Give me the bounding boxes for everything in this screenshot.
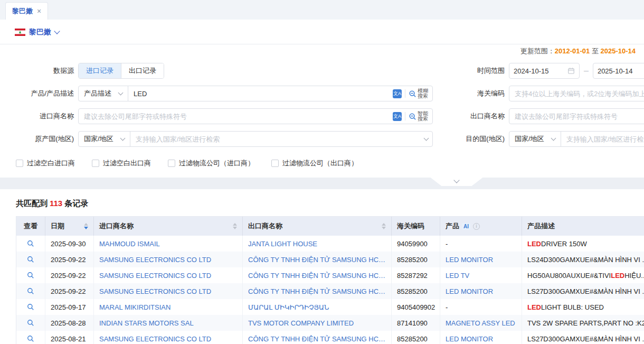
product-cell-text[interactable]: LED MONITOR [446, 287, 493, 295]
view-record-button[interactable] [27, 287, 34, 295]
destination-country-select[interactable]: 国家/地区 [509, 132, 561, 146]
product-cell-text[interactable]: LED TV [446, 272, 469, 280]
destination-select-value: 国家/地区 [515, 134, 544, 144]
tab-import-records[interactable]: 进口记录 [79, 63, 121, 78]
view-record-button[interactable] [27, 240, 34, 247]
product-type-select[interactable]: 产品描述 [79, 86, 128, 101]
hs-code-input[interactable] [509, 86, 644, 101]
exporter-link[interactable]: TVS MOTOR COMPANY LIMITED [248, 319, 354, 327]
filter-logistics-importer[interactable]: 过滤物流公司（进口商） [168, 159, 254, 168]
destination-country-input[interactable] [561, 135, 644, 143]
exporter-name-label: 出口商名称 [437, 111, 505, 121]
date-range-separator: – [584, 66, 589, 76]
sort-importer[interactable] [233, 223, 237, 229]
chevron-down-icon[interactable] [54, 28, 60, 34]
sort-exporter[interactable] [382, 223, 386, 229]
exporter-link[interactable]: JANTA LIGHT HOUSE [248, 240, 317, 248]
start-date-input[interactable] [514, 67, 564, 75]
description-cell: LS24D300GAMXUE#&MÀN HÌNH VI ... [522, 252, 644, 267]
product-cell-text[interactable]: LED MONITOR [446, 256, 493, 264]
translate-icon[interactable]: 文A [393, 112, 402, 121]
data-source-segmented: 进口记录 出口记录 [78, 63, 164, 79]
exporter-link[interactable]: CÔNG TY TNHH ĐIỆN TỬ SAMSUNG HCMC... [248, 335, 386, 343]
smart-search-button[interactable]: 智能搜索 [409, 111, 428, 122]
sort-date[interactable] [84, 223, 88, 229]
view-record-button[interactable] [27, 272, 34, 279]
checkbox-icon[interactable] [92, 160, 99, 167]
product-cell-text[interactable]: MAGNETO ASSY LED [446, 319, 515, 327]
fuzzy-search-button[interactable]: 模糊搜索 [409, 88, 428, 99]
product-cell-text[interactable]: LED MONITOR [446, 335, 493, 343]
hs-code-cell: 94059900 [392, 236, 440, 252]
column-product: 产品 AI i [440, 217, 522, 236]
magnifier-icon [27, 303, 34, 311]
table-row: 2025-08-28 INDIAN STARS MOTORS SAL TVS M… [16, 315, 644, 331]
column-date[interactable]: 日期 [45, 217, 94, 236]
checkbox-icon[interactable] [271, 160, 279, 167]
end-date-input[interactable] [598, 67, 644, 75]
column-exporter[interactable]: 出口商名称 [243, 217, 392, 236]
view-record-button[interactable] [27, 319, 34, 327]
origin-field-group: 国家/地区 [78, 131, 433, 147]
desc-highlight: LED [527, 303, 541, 311]
exporter-link[interactable]: CÔNG TY TNHH ĐIỆN TỬ SAMSUNG HCMC... [248, 272, 386, 280]
column-importer[interactable]: 进口商名称 [94, 217, 243, 236]
hs-code-cell: 85285200 [392, 252, 440, 267]
tab-export-records[interactable]: 出口记录 [121, 63, 164, 78]
description-cell: LED LIGHT BULB: USED [522, 299, 644, 315]
exporter-link[interactable]: ՄԱՐԱԼ ՄԻԿԻՐԴԻՉՅԱՆ [248, 303, 329, 311]
info-icon[interactable]: i [473, 223, 480, 230]
table-header-row: 查看 日期 进口商名称 出口商名称 海关编码 产品 AI i [16, 217, 644, 236]
lebanon-flag-icon [15, 29, 25, 36]
filter-logistics-exporter[interactable]: 过滤物流公司（出口商） [271, 159, 358, 168]
origin-country-select[interactable]: 国家/地区 [79, 132, 130, 146]
desc-post: LIGHT BULB: USED [541, 303, 604, 311]
desc-highlight: LED [527, 240, 541, 248]
tab-lebanon[interactable]: 黎巴嫩 × [5, 2, 48, 20]
importer-link[interactable]: MAHMOUD ISMAIL [99, 240, 160, 248]
collapse-form-button[interactable] [422, 178, 491, 186]
filter-blank-importer[interactable]: 过滤空白进口商 [16, 159, 75, 168]
importer-link[interactable]: MARAL MIKIRDITSIAN [99, 303, 171, 311]
exporter-name-input[interactable] [509, 108, 644, 124]
exporter-link[interactable]: CÔNG TY TNHH ĐIỆN TỬ SAMSUNG HCMC... [248, 287, 386, 295]
start-date-field[interactable] [509, 63, 580, 79]
translate-icon[interactable]: 文A [393, 89, 402, 98]
column-hs-code: 海关编码 [392, 217, 440, 236]
data-source-label: 数据源 [16, 66, 74, 76]
description-cell: TVS 2W SPARE PARTS,PART NO :K20... [522, 315, 644, 331]
country-header[interactable]: 黎巴嫩 [0, 20, 644, 44]
view-record-button[interactable] [27, 303, 34, 311]
filter-blank-exporter[interactable]: 过滤空白出口商 [92, 159, 151, 168]
checkbox-icon[interactable] [16, 160, 23, 167]
importer-link[interactable]: SAMSUNG ELECTRONICS CO LTD [99, 256, 211, 264]
column-importer-label: 进口商名称 [99, 221, 134, 231]
desc-post: HIỆU... [624, 272, 644, 280]
search-icon [409, 113, 416, 120]
country-name: 黎巴嫩 [29, 27, 51, 37]
close-icon[interactable]: × [37, 7, 41, 15]
view-record-button[interactable] [27, 335, 34, 342]
product-search-input[interactable] [128, 90, 391, 98]
desc-post: DRIVER 150W [541, 240, 587, 248]
exporter-link[interactable]: CÔNG TY TNHH ĐIỆN TỬ SAMSUNG HCMC... [248, 256, 386, 264]
divider [405, 89, 405, 98]
importer-link[interactable]: SAMSUNG ELECTRONICS CO LTD [99, 335, 211, 343]
desc-highlight: LED [611, 272, 624, 280]
importer-link[interactable]: SAMSUNG ELECTRONICS CO LTD [99, 287, 211, 295]
view-record-button[interactable] [27, 256, 34, 263]
importer-name-input[interactable] [79, 113, 391, 120]
results-panel: 共匹配到113条记录 查看 日期 进口商名称 出口商名称 海关编码 [0, 189, 644, 344]
checkbox-icon[interactable] [168, 160, 175, 167]
origin-country-input[interactable] [130, 135, 422, 143]
importer-link[interactable]: INDIAN STARS MOTORS SAL [99, 319, 194, 327]
end-date-field[interactable] [593, 63, 644, 79]
hs-code-cell: 85285200 [392, 283, 440, 299]
importer-link[interactable]: SAMSUNG ELECTRONICS CO LTD [99, 272, 211, 280]
table-row: 2025-09-30 MAHMOUD ISMAIL JANTA LIGHT HO… [16, 236, 644, 252]
product-cell-text: - [446, 303, 448, 311]
update-range-start: 2012-01-01 [555, 47, 590, 55]
table-row: 2025-09-22 SAMSUNG ELECTRONICS CO LTD CÔ… [16, 267, 644, 283]
magnifier-icon [27, 287, 34, 295]
panel-gap [0, 178, 644, 189]
